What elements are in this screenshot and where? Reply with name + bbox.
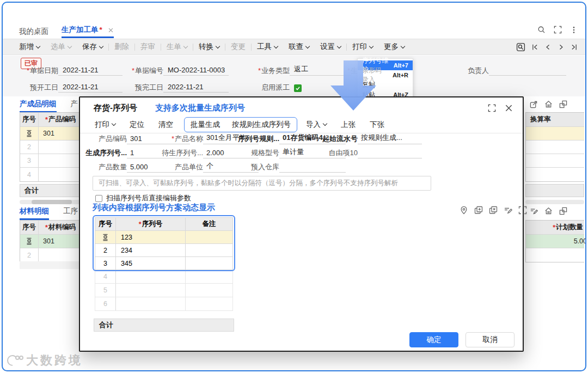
layout-grid-icon[interactable]	[559, 100, 567, 108]
scrollbar-thumb[interactable]	[32, 200, 72, 204]
table-row[interactable]: 123	[95, 231, 233, 244]
tab-close-icon[interactable]	[108, 27, 114, 33]
location-pin-icon[interactable]	[460, 206, 468, 215]
previous-record-icon[interactable]	[544, 44, 552, 51]
table-row[interactable]	[526, 140, 584, 154]
plan-start-value[interactable]: 2022-11-21	[58, 83, 122, 93]
free-item-10-value[interactable]	[358, 149, 422, 158]
batch-edit-icon[interactable]	[504, 206, 512, 215]
chevron-down-icon	[183, 44, 188, 48]
toolbar-generate-button[interactable]: 生单	[161, 42, 193, 52]
manager-value[interactable]	[489, 66, 566, 76]
warehouse-field[interactable]: 预入仓库	[230, 162, 346, 173]
dialog-locate-button[interactable]: 定位	[130, 120, 144, 130]
plan-end-value[interactable]: 2022-11-21	[163, 83, 229, 93]
toolbar-save-button[interactable]: 保存	[77, 42, 108, 52]
doc-date-field[interactable]: *单据日期 2022-11-21	[23, 65, 122, 76]
first-record-icon[interactable]	[531, 44, 538, 51]
table-row[interactable]: 4	[95, 270, 233, 284]
next-doc-button[interactable]: 下张	[370, 120, 384, 130]
remark-cell[interactable]	[186, 257, 232, 270]
close-icon[interactable]	[505, 104, 513, 112]
toolbar-change-button[interactable]: 变更	[225, 42, 251, 52]
dialog-clear-button[interactable]: 清空	[158, 120, 173, 130]
table-row[interactable]: 2	[20, 140, 82, 154]
more-vertical-icon[interactable]	[570, 26, 578, 34]
last-record-icon[interactable]	[571, 44, 578, 51]
home-icon[interactable]	[544, 207, 553, 215]
copy-card-add-icon[interactable]	[474, 206, 483, 215]
warehouse-value[interactable]	[279, 163, 346, 173]
dialog-import-button[interactable]: 导入	[306, 120, 327, 130]
home-icon[interactable]	[544, 100, 553, 108]
remark-cell[interactable]	[186, 244, 232, 256]
toolbar-settings-button[interactable]: 设置	[315, 42, 346, 52]
cancel-button[interactable]: 取消	[465, 332, 514, 347]
serial-cell[interactable]: 345	[116, 257, 186, 270]
free-item-10-field[interactable]: 自由项10	[314, 148, 422, 158]
table-row[interactable]	[526, 127, 584, 140]
table-row[interactable]	[526, 168, 584, 181]
serial-cell[interactable]: 123	[116, 231, 186, 243]
edit-after-scan-checkbox[interactable]: 扫描序列号后直接编辑参数	[95, 193, 191, 203]
table-row[interactable]: 3	[20, 154, 82, 168]
horizontal-scrollbar[interactable]	[525, 200, 584, 204]
table-row[interactable]: 4	[20, 168, 82, 181]
fullscreen-icon[interactable]	[554, 26, 562, 34]
table-row[interactable]: 5	[95, 284, 233, 297]
table-row[interactable]	[526, 154, 584, 168]
maximize-icon[interactable]	[488, 104, 496, 112]
tab-my-desktop[interactable]: 我的桌面	[19, 27, 48, 36]
table-row[interactable]: 5.00	[526, 235, 584, 248]
toolbar-select-button[interactable]: 选单	[45, 42, 77, 52]
table-row[interactable]	[526, 248, 584, 262]
table-row[interactable]: 301	[20, 127, 82, 140]
table-row[interactable]: 2 234	[95, 244, 233, 257]
toolbar-delete-button[interactable]: 删除	[109, 42, 134, 52]
product-detail-table: 序号 *产品编码 301 2 3 4	[20, 112, 83, 182]
serial-scan-input[interactable]: 可扫描、可录入、可黏贴序列号，黏贴多个时以分隔符（逗号）分隔，多个序列号不支持序…	[93, 176, 431, 191]
toolbar-more-button[interactable]: 更多	[378, 42, 410, 52]
copy-card-delete-icon[interactable]	[489, 206, 498, 215]
table-row[interactable]: 301	[20, 235, 82, 248]
dispatch-checkbox-checked[interactable]	[294, 84, 302, 92]
tab-product-next-clipped[interactable]: 产	[71, 99, 78, 109]
start-serial-value[interactable]: 按规则生成...	[358, 133, 422, 144]
tab-product-detail[interactable]: 产成品明细	[20, 99, 57, 113]
layout-grid-icon[interactable]	[559, 207, 567, 215]
toolbar-convert-button[interactable]: 转换	[193, 42, 225, 52]
manager-field[interactable]: 负责人	[463, 65, 566, 76]
toolbar-new-button[interactable]: 新增	[19, 42, 45, 52]
previous-doc-button[interactable]: 上张	[341, 120, 356, 130]
toolbar-unapprove-button[interactable]: 弃审	[135, 42, 161, 52]
horizontal-scrollbar[interactable]	[20, 200, 83, 204]
doc-no-value[interactable]: MO-2022-11-0003	[163, 66, 229, 76]
expand-icon[interactable]	[518, 206, 527, 215]
batch-edit-icon[interactable]	[530, 207, 538, 215]
dialog-print-button[interactable]: 打印	[95, 120, 115, 130]
plan-start-field[interactable]: 预开工日 2022-11-21	[23, 82, 122, 93]
external-link-icon[interactable]	[530, 100, 538, 108]
checkbox-unchecked[interactable]	[95, 195, 102, 202]
tab-material-detail[interactable]: 材料明细	[20, 206, 49, 220]
toolbar-linkquery-button[interactable]: 联查	[283, 42, 315, 52]
confirm-button[interactable]: 确定	[409, 332, 458, 347]
remark-cell[interactable]	[186, 231, 232, 243]
plan-end-field[interactable]: 预完工日 2022-11-21	[128, 82, 229, 93]
table-row[interactable]: 2	[20, 248, 82, 262]
toolbar-tools-button[interactable]: 工具	[252, 42, 283, 52]
next-record-icon[interactable]	[558, 44, 565, 51]
batch-generate-button[interactable]: 批量生成	[191, 120, 220, 130]
table-row[interactable]: 6	[95, 297, 233, 311]
serial-cell[interactable]: 234	[116, 244, 186, 256]
table-row[interactable]: 3 345	[95, 257, 233, 270]
tab-production-order[interactable]: 生产加工单*	[62, 25, 114, 38]
generate-by-rule-button[interactable]: 按规则生成序列号	[232, 120, 291, 130]
doc-no-field[interactable]: *单据编号 MO-2022-11-0003	[128, 65, 229, 76]
doc-date-value[interactable]: 2022-11-21	[58, 66, 122, 76]
tab-process-clipped[interactable]: 工序	[63, 206, 78, 216]
toolbar-print-button[interactable]: 打印	[347, 42, 378, 52]
start-serial-field[interactable]: 起始流水号 按规则生成...	[314, 133, 422, 144]
search-icon[interactable]	[537, 26, 546, 34]
browse-icon[interactable]	[516, 42, 525, 52]
